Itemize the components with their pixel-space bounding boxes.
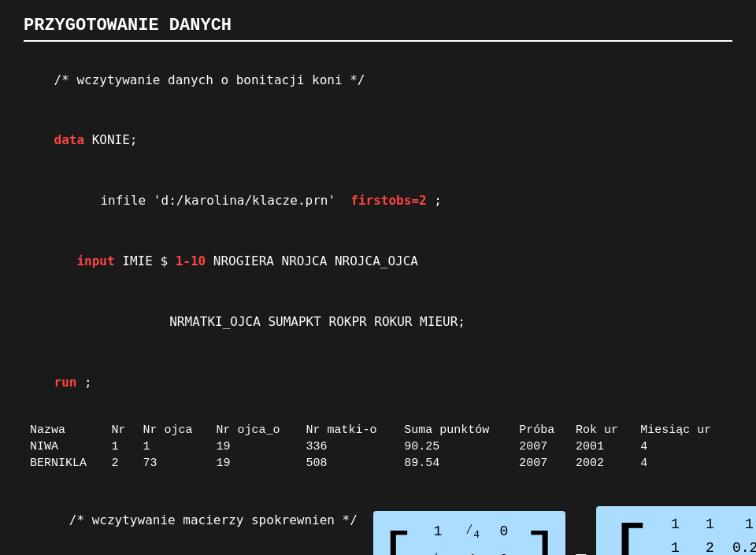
left-bracket-close: ]	[521, 528, 562, 555]
cell-nr-ojca-o-2: 19	[209, 455, 299, 472]
cell-nazwa-1: NIWA	[24, 438, 106, 455]
m2-r2c2: 2	[706, 540, 714, 555]
m2-r1c2: 1	[706, 516, 714, 532]
matrix-visual: [ 1 ⁄4 0 ⁄4 1 0 0 0 1 ] = [ 1 1 1	[373, 506, 756, 555]
code-section-2: /* wczytywanie macierzy spokrewnien */ d…	[24, 490, 358, 555]
equals-sign: =	[575, 548, 587, 555]
cell-nr-matki-2: 508	[300, 455, 398, 472]
right-bracket-open: [	[604, 520, 654, 555]
firstobs-highlight: firstobs=2	[350, 193, 426, 208]
infile-line: infile 'd:/karolina/klacze.prn' firstobs…	[54, 193, 442, 208]
cell-proba-2: 2007	[513, 455, 569, 472]
konie-text: KONIE;	[84, 132, 137, 147]
cell-rok-2: 2002	[569, 455, 634, 472]
cell-nr-ojca-2: 73	[137, 455, 210, 472]
col-nazwa: Nazwa	[24, 422, 106, 438]
cell-nazwa-2: BERNIKLA	[24, 455, 106, 472]
m1-r1c3: 0	[499, 524, 508, 539]
comment-line1: /* wczytywanie danych o bonitacji koni *…	[54, 72, 365, 87]
cell-miesiac-2: 4	[634, 455, 732, 472]
m1-r2c2: 1	[468, 552, 476, 555]
m2-r2c1: 1	[671, 540, 680, 555]
col-nr: Nr	[106, 422, 137, 438]
data-keyword: data	[54, 132, 85, 147]
left-matrix: [ 1 ⁄4 0 ⁄4 1 0 0 0 1 ]	[373, 511, 565, 555]
m1-r1c2: ⁄4	[465, 522, 480, 541]
m1-r2c1: ⁄4	[431, 550, 446, 555]
comment-line2: /* wczytywanie macierzy spokrewnien */	[69, 512, 358, 527]
cell-suma-1: 90.25	[398, 438, 513, 455]
range-highlight: 1-10	[176, 253, 206, 268]
m2-r1c1: 1	[671, 516, 680, 532]
cell-rok-1: 2001	[569, 438, 634, 455]
input-keyword-1: input	[76, 253, 114, 268]
bottom-section: /* wczytywanie macierzy spokrewnien */ d…	[24, 483, 732, 555]
data-table: Nazwa Nr Nr ojca Nr ojca_o Nr matki-o Su…	[24, 422, 732, 472]
table-header-row: Nazwa Nr Nr ojca Nr ojca_o Nr matki-o Su…	[24, 422, 732, 438]
table-row: BERNIKLA 2 73 19 508 89.54 2007 2002 4	[24, 455, 732, 472]
cell-proba-1: 2007	[513, 438, 569, 455]
col-miesiac-ur: Miesiąc ur	[634, 422, 732, 438]
m1-r2c3: 0	[499, 552, 508, 555]
page-title: PRZYGOTOWANIE DANYCH	[24, 16, 732, 42]
cell-nr-ojca-o-1: 19	[209, 438, 299, 455]
cell-nr-matki-1: 336	[300, 438, 398, 455]
col-rok-ur: Rok ur	[569, 422, 634, 438]
right-matrix: [ 1 1 1 1 2 0.25 1 3 0 ... ]	[596, 506, 756, 555]
run-semi-1: ;	[76, 375, 91, 390]
col-suma: Suma punktów	[398, 422, 513, 438]
m1-r1c1: 1	[433, 524, 442, 539]
col-nr-ojca-o: Nr ojca_o	[209, 422, 299, 438]
left-bracket-open: [	[376, 528, 417, 555]
input-line: input IMIE $ 1-10 NROGIERA NROJCA NROJCA…	[54, 253, 418, 268]
cell-miesiac-1: 4	[634, 438, 732, 455]
col-nr-matki-o: Nr matki-o	[300, 422, 398, 438]
cell-nr-2: 2	[106, 455, 137, 472]
m2-r1c3: 1	[745, 516, 754, 532]
code-section-1: /* wczytywanie danych o bonitacji koni *…	[24, 50, 732, 413]
m2-r2c3: 0.25	[732, 540, 756, 555]
cell-nr-ojca-1: 1	[137, 438, 210, 455]
table-row: NIWA 1 1 19 336 90.25 2007 2001 4	[24, 438, 732, 455]
data-table-container: Nazwa Nr Nr ojca Nr ojca_o Nr matki-o Su…	[24, 422, 732, 472]
col-proba: Próba	[513, 422, 569, 438]
cell-nr-1: 1	[106, 438, 137, 455]
col-nr-ojca: Nr ojca	[137, 422, 210, 438]
cell-suma-2: 89.54	[398, 455, 513, 472]
run-keyword-1: run	[54, 375, 77, 390]
var-list-line: NRMATKI_OJCA SUMAPKT ROKPR ROKUR MIEUR;	[54, 314, 465, 329]
